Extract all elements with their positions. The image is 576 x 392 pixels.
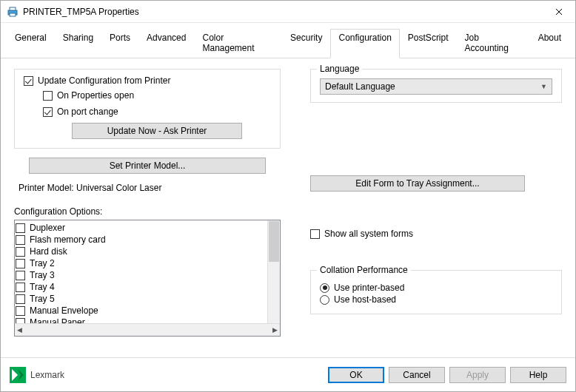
option-flash-memory-card[interactable]: Flash memory card: [16, 234, 267, 245]
option-duplexer[interactable]: Duplexer: [16, 223, 267, 233]
update-config-group: Update Configuration from Printer On Pro…: [14, 69, 281, 149]
tab-postscript[interactable]: PostScript: [400, 29, 457, 58]
option-tray-5[interactable]: Tray 5: [16, 294, 267, 304]
use-printer-based-radio[interactable]: Use printer-based: [320, 283, 552, 293]
scrollbar-thumb[interactable]: [269, 221, 279, 262]
option-label: Duplexer: [30, 223, 65, 233]
help-label: Help: [529, 370, 548, 380]
svg-rect-2: [10, 13, 16, 16]
checkbox-icon: [16, 306, 25, 316]
tab-general[interactable]: General: [7, 29, 55, 58]
tab-content: Update Configuration from Printer On Pro…: [1, 58, 575, 362]
brand-logo: Lexmark: [10, 367, 64, 383]
language-select[interactable]: Default Language ▼: [320, 78, 552, 95]
update-config-label: Update Configuration from Printer: [38, 75, 170, 86]
on-properties-open-checkbox[interactable]: On Properties open: [43, 90, 271, 101]
set-printer-model-button[interactable]: Set Printer Model...: [29, 158, 266, 174]
option-tray-2[interactable]: Tray 2: [16, 258, 267, 268]
cancel-button[interactable]: Cancel: [389, 367, 445, 383]
use-host-based-radio[interactable]: Use host-based: [320, 294, 552, 305]
tab-job-accounting[interactable]: Job Accounting: [457, 29, 530, 58]
option-label: Manual Paper: [30, 317, 85, 323]
checkbox-icon: [43, 107, 53, 117]
brand-name: Lexmark: [30, 370, 64, 380]
language-group-label: Language: [317, 64, 362, 74]
checkbox-icon: [16, 283, 25, 292]
on-port-change-label: On port change: [57, 107, 118, 117]
tab-advanced[interactable]: Advanced: [138, 29, 194, 58]
option-label: Hard disk: [30, 246, 67, 257]
checkbox-icon: [16, 223, 25, 233]
printer-model-value: Printer Model: Universal Color Laser: [19, 183, 281, 193]
tab-security[interactable]: Security: [282, 29, 330, 58]
scroll-left-icon: ◀: [17, 326, 22, 334]
collation-group: Collation Performance Use printer-based …: [310, 270, 562, 314]
checkbox-icon: [310, 229, 320, 239]
collation-group-label: Collation Performance: [317, 265, 411, 275]
ok-button[interactable]: OK: [328, 367, 384, 383]
checkbox-icon: [16, 271, 25, 280]
option-manual-envelope[interactable]: Manual Envelope: [16, 305, 267, 316]
scroll-right-icon: ▶: [272, 326, 278, 334]
option-label: Tray 4: [30, 282, 55, 292]
checkbox-icon: [43, 91, 53, 101]
help-button[interactable]: Help: [510, 367, 566, 383]
option-label: Flash memory card: [30, 234, 106, 245]
option-label: Tray 2: [30, 258, 55, 268]
chevron-down-icon: ▼: [540, 83, 547, 90]
on-port-change-checkbox[interactable]: On port change: [43, 107, 271, 117]
language-value: Default Language: [325, 81, 395, 92]
lexmark-icon: [10, 367, 26, 383]
update-now-button[interactable]: Update Now - Ask Printer: [72, 123, 242, 139]
tab-color-management[interactable]: Color Management: [194, 29, 282, 58]
svg-rect-1: [10, 7, 16, 10]
tab-sharing[interactable]: Sharing: [55, 29, 101, 58]
tab-about[interactable]: About: [530, 29, 569, 58]
checkbox-icon: [16, 259, 25, 268]
close-button[interactable]: [542, 1, 575, 22]
show-all-system-forms-checkbox[interactable]: Show all system forms: [310, 229, 562, 239]
show-all-system-forms-label: Show all system forms: [324, 229, 413, 239]
radio-icon: [320, 283, 329, 293]
option-tray-3[interactable]: Tray 3: [16, 270, 267, 280]
option-manual-paper[interactable]: Manual Paper: [16, 317, 267, 323]
radio-icon: [320, 295, 329, 305]
config-options-label: Configuration Options:: [14, 206, 281, 217]
checkbox-icon: [16, 294, 25, 304]
cancel-label: Cancel: [403, 370, 430, 380]
set-printer-model-label: Set Printer Model...: [110, 160, 186, 171]
option-hard-disk[interactable]: Hard disk: [16, 246, 267, 257]
edit-form-tray-button[interactable]: Edit Form to Tray Assignment...: [310, 175, 525, 192]
titlebar: PRINTER_TMP5A Properties: [1, 1, 575, 23]
horizontal-scrollbar[interactable]: ◀ ▶: [15, 323, 280, 336]
on-properties-open-label: On Properties open: [57, 90, 134, 101]
option-label: Tray 5: [30, 294, 55, 304]
window-title: PRINTER_TMP5A Properties: [23, 7, 542, 17]
tab-ports[interactable]: Ports: [101, 29, 138, 58]
ok-label: OK: [349, 370, 362, 380]
vertical-scrollbar[interactable]: [267, 220, 280, 323]
config-options-listbox[interactable]: DuplexerFlash memory cardHard diskTray 2…: [14, 220, 281, 337]
close-icon: [555, 8, 563, 16]
update-now-label: Update Now - Ask Printer: [107, 126, 207, 136]
option-label: Manual Envelope: [30, 305, 98, 316]
apply-label: Apply: [466, 370, 489, 380]
checkbox-icon: [16, 318, 25, 324]
edit-form-tray-label: Edit Form to Tray Assignment...: [355, 178, 479, 189]
option-label: Tray 3: [30, 270, 55, 280]
option-tray-4[interactable]: Tray 4: [16, 282, 267, 292]
apply-button[interactable]: Apply: [449, 367, 506, 383]
tab-configuration[interactable]: Configuration: [330, 29, 399, 58]
tab-strip: General Sharing Ports Advanced Color Man…: [1, 23, 575, 58]
printer-icon: [7, 6, 19, 18]
language-group: Language Default Language ▼: [310, 69, 562, 103]
update-config-checkbox[interactable]: Update Configuration from Printer: [24, 75, 271, 86]
checkbox-icon: [16, 247, 25, 257]
use-host-based-label: Use host-based: [334, 294, 396, 305]
use-printer-based-label: Use printer-based: [334, 283, 404, 293]
dialog-footer: Lexmark OK Cancel Apply Help: [1, 357, 575, 391]
checkbox-icon: [16, 235, 25, 245]
checkbox-icon: [24, 76, 33, 86]
